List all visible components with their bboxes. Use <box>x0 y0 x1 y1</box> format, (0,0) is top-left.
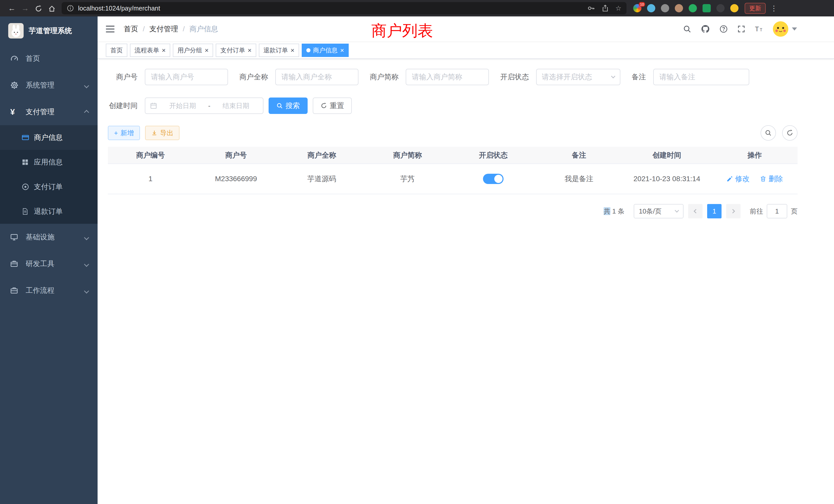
share-icon[interactable] <box>601 5 609 12</box>
add-button[interactable]: + 新增 <box>108 126 140 140</box>
col-header-id: 商户编号 <box>108 147 193 164</box>
page-size-select[interactable]: 10条/页 <box>634 204 683 219</box>
col-header-actions: 操作 <box>712 147 797 164</box>
search-button-label: 搜索 <box>286 101 300 111</box>
hamburger-icon[interactable] <box>106 25 115 33</box>
tab-pay-order[interactable]: 支付订单 × <box>216 44 256 57</box>
tab-label: 商户信息 <box>313 46 338 54</box>
github-icon[interactable] <box>701 25 710 33</box>
merchant-no-input[interactable] <box>145 69 228 85</box>
extension-icon-gradient[interactable]: 10 <box>633 4 641 12</box>
short-name-input[interactable] <box>406 69 489 85</box>
table-header-row: 商户编号 商户号 商户全称 商户简称 开启状态 备注 创建时间 操作 <box>108 147 797 164</box>
filter-full-name: 商户全称 <box>239 69 358 85</box>
profile-avatar-icon[interactable] <box>675 4 683 12</box>
bookmark-star-icon[interactable]: ☆ <box>615 4 621 12</box>
sidebar-item-home[interactable]: 首页 <box>0 45 97 72</box>
export-button[interactable]: 导出 <box>145 126 179 140</box>
sidebar-item-pay-order[interactable]: 支付订单 <box>0 175 97 199</box>
app-logo[interactable]: 芋道管理系统 <box>0 17 97 45</box>
user-avatar <box>773 21 788 37</box>
next-page-button[interactable] <box>726 204 741 219</box>
fullscreen-icon[interactable] <box>738 25 745 33</box>
tab-merchant-info[interactable]: 商户信息 × <box>302 44 349 57</box>
sidebar-item-refund-order[interactable]: 退款订单 <box>0 199 97 224</box>
trash-icon <box>760 176 766 182</box>
extension-icon-green[interactable] <box>689 4 697 12</box>
goto-page-input[interactable] <box>767 204 787 219</box>
close-icon[interactable]: × <box>205 47 208 54</box>
site-info-icon[interactable] <box>67 5 74 12</box>
sidebar-item-workflow[interactable]: 工作流程 <box>0 277 97 304</box>
create-time-range-picker[interactable]: 开始日期 - 结束日期 <box>145 97 263 114</box>
tags-view-bar: 首页 流程表单 × 用户分组 × 支付订单 × 退款订单 × 商户信息 × <box>97 42 834 59</box>
user-menu[interactable] <box>773 21 797 37</box>
refresh-icon[interactable] <box>782 125 797 141</box>
reset-button[interactable]: 重置 <box>313 97 352 114</box>
field-label: 商户全称 <box>239 72 268 82</box>
status-select[interactable]: 请选择开启状态 <box>536 69 620 85</box>
page-size-value: 10条/页 <box>639 207 661 216</box>
extension-icon-smiley[interactable] <box>730 4 739 12</box>
svg-text:T: T <box>760 28 762 32</box>
table-toolbar: + 新增 导出 <box>108 125 797 141</box>
extension-badge: 10 <box>639 2 645 7</box>
main-area: 首页 / 支付管理 / 商户信息 商户列表 <box>97 17 834 504</box>
home-icon[interactable] <box>45 1 59 16</box>
tab-label: 支付订单 <box>220 46 245 54</box>
font-size-icon[interactable]: TT <box>755 25 763 33</box>
close-icon[interactable]: × <box>247 47 251 54</box>
field-label: 备注 <box>632 72 646 82</box>
sidebar-item-merchant-info[interactable]: 商户信息 <box>0 125 97 150</box>
toggle-search-icon[interactable] <box>761 125 776 141</box>
back-icon[interactable]: ← <box>5 1 19 16</box>
cell-full-name: 芋道源码 <box>279 164 365 194</box>
edit-link[interactable]: 修改 <box>726 174 749 184</box>
sidebar-item-dev-tools[interactable]: 研发工具 <box>0 250 97 277</box>
remark-input[interactable] <box>653 69 749 85</box>
tab-home[interactable]: 首页 <box>106 44 127 57</box>
field-label: 创建时间 <box>108 101 138 111</box>
search-button[interactable]: 搜索 <box>269 97 308 114</box>
close-icon[interactable]: × <box>340 47 344 54</box>
cell-short-name: 芋艿 <box>365 164 451 194</box>
navbar-actions: TT <box>683 21 797 37</box>
help-icon[interactable] <box>720 25 728 33</box>
filter-row-1: 商户号 商户全称 商户简称 开启状态 请选择开启状态 <box>108 69 797 85</box>
address-bar[interactable]: localhost:1024/pay/merchant ☆ <box>62 2 627 14</box>
sidebar-item-payment[interactable]: ¥ 支付管理 <box>0 98 97 125</box>
tab-user-group[interactable]: 用户分组 × <box>173 44 213 57</box>
cell-remark: 我是备注 <box>536 164 622 194</box>
page-button-1[interactable]: 1 <box>707 204 722 219</box>
status-toggle[interactable] <box>483 174 504 184</box>
browser-menu-icon[interactable]: ⋮ <box>769 4 779 13</box>
reload-icon[interactable] <box>32 1 45 16</box>
forward-icon[interactable]: → <box>19 1 32 16</box>
close-icon[interactable]: × <box>291 47 294 54</box>
tab-process-form[interactable]: 流程表单 × <box>130 44 170 57</box>
browser-update-button[interactable]: 更新 <box>745 3 766 14</box>
close-icon[interactable]: × <box>162 47 166 54</box>
prev-page-button[interactable] <box>688 204 703 219</box>
full-name-input[interactable] <box>275 69 358 85</box>
sidebar-item-label: 支付订单 <box>34 182 63 192</box>
extension-icon-green-square[interactable] <box>703 4 711 12</box>
search-icon[interactable] <box>683 25 691 33</box>
chevron-up-icon <box>85 108 88 116</box>
briefcase-icon <box>10 287 23 294</box>
extension-icon-dark[interactable] <box>717 4 725 12</box>
sidebar-item-label: 基础设施 <box>26 232 54 242</box>
breadcrumb-home[interactable]: 首页 <box>124 24 138 34</box>
sidebar-item-system[interactable]: 系统管理 <box>0 72 97 98</box>
extension-icon-gray[interactable] <box>661 4 669 12</box>
delete-link[interactable]: 删除 <box>760 174 783 184</box>
url-text: localhost:1024/pay/merchant <box>78 5 160 12</box>
breadcrumb-payment[interactable]: 支付管理 <box>150 24 178 34</box>
sidebar-item-app-info[interactable]: 应用信息 <box>0 150 97 175</box>
tab-refund-order[interactable]: 退款订单 × <box>259 44 299 57</box>
extension-icon-blue[interactable] <box>647 4 655 12</box>
chevron-right-icon <box>731 209 735 213</box>
password-key-icon[interactable] <box>587 4 595 12</box>
sidebar-item-infrastructure[interactable]: 基础设施 <box>0 224 97 250</box>
field-label: 商户号 <box>108 72 138 82</box>
